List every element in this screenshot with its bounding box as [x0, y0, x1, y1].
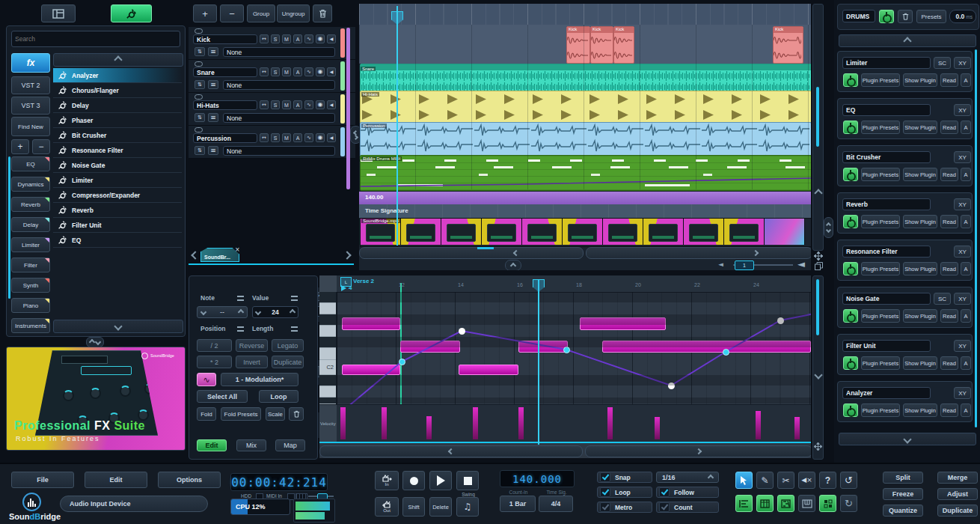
fx-slot-name[interactable]: Limiter	[846, 59, 867, 67]
arrangement-vscrollbar[interactable]	[812, 4, 824, 251]
xy-button[interactable]: XY	[954, 293, 971, 305]
fx-slot-name[interactable]: Bit Crusher	[846, 153, 881, 161]
audio-clip-kick[interactable]: Kick	[613, 26, 634, 64]
time-display[interactable]: 00:00:42:214	[230, 473, 328, 491]
track-name-field[interactable]: Snare	[197, 69, 215, 76]
show-plugin-button[interactable]: Show Plugin	[903, 168, 937, 181]
plugin-list-item[interactable]: Reverb	[53, 203, 182, 218]
zoom-slider-thumb[interactable]: 1	[735, 261, 754, 270]
xy-button[interactable]: XY	[954, 57, 971, 69]
category-item[interactable]: Limiter	[11, 237, 50, 252]
add-track-button[interactable]: +	[193, 4, 217, 22]
plugin-list-item[interactable]: Resonance Filter	[53, 143, 182, 158]
mute-button[interactable]: M	[282, 100, 291, 109]
automation-button[interactable]: A	[961, 168, 971, 181]
solo-button[interactable]: S	[271, 100, 280, 109]
pencil-tool[interactable]: ✎	[756, 472, 774, 489]
pointer-tool[interactable]	[735, 472, 753, 489]
piano-key[interactable]	[319, 386, 336, 397]
input-type-icon[interactable]: ⇅	[195, 47, 205, 56]
mixer-view-button[interactable]	[756, 495, 774, 512]
video-lane[interactable]	[360, 218, 811, 247]
fx-slot-name[interactable]: EQ	[846, 106, 855, 114]
velocity-bar[interactable]	[473, 407, 478, 439]
menu-file[interactable]: File	[11, 472, 74, 488]
reverse-button[interactable]: Reverse	[236, 339, 268, 352]
duplicate-button[interactable]: Duplicate	[937, 505, 978, 517]
fx-slot[interactable]: Resonance Filter SC XY Plugin Presets Sh…	[837, 240, 973, 281]
show-plugin-button[interactable]: Show Plugin	[903, 73, 937, 87]
value-stepper[interactable]: 24	[252, 306, 298, 318]
merge-button[interactable]: Merge	[937, 472, 978, 484]
fx-presets-button[interactable]: Presets	[916, 10, 946, 23]
read-automation-button[interactable]: Read	[940, 121, 958, 134]
hscroll-thumb[interactable]	[477, 247, 494, 249]
midi-note[interactable]	[342, 317, 400, 330]
freeze-icon[interactable]: ↔	[260, 67, 269, 76]
xy-button[interactable]: XY	[954, 198, 971, 210]
automation-button[interactable]: A	[961, 309, 971, 323]
half-length-button[interactable]: / 2	[197, 339, 232, 352]
show-plugin-button[interactable]: Show Plugin	[903, 121, 937, 134]
category-item[interactable]: Synth	[11, 278, 50, 293]
read-automation-button[interactable]: Read	[940, 215, 958, 228]
piano-key[interactable]	[319, 314, 336, 325]
modulation-point[interactable]	[399, 359, 405, 365]
xy-button[interactable]: XY	[954, 387, 971, 399]
fx-slot-name[interactable]: Noise Gate	[846, 295, 879, 302]
tab-vst2[interactable]: VST 2	[11, 76, 50, 94]
punch-out-button[interactable]: Out	[375, 497, 399, 517]
grid-size-select[interactable]: 1/16	[656, 472, 719, 483]
fx-power-button[interactable]	[843, 168, 858, 181]
monitor-button[interactable]: ◀	[327, 67, 336, 76]
arrangement-hscrollbar[interactable]	[359, 247, 811, 258]
xy-button[interactable]: XY	[954, 246, 971, 258]
tab-fx[interactable]: fx	[11, 53, 50, 73]
legato-button[interactable]: Legato	[272, 339, 304, 352]
zoom-out-icon[interactable]: ◄	[718, 261, 723, 268]
track-input-field[interactable]: None	[227, 49, 242, 56]
input-type-icon[interactable]: ⇅	[195, 113, 205, 122]
xy-button[interactable]: XY	[954, 340, 971, 352]
add-plugin-button[interactable]: +	[11, 139, 29, 154]
fx-chain-power-button[interactable]	[879, 10, 894, 23]
length-menu-icon[interactable]	[291, 326, 298, 332]
velocity-lane[interactable]: Velocity	[319, 404, 811, 442]
arrangement-ruler[interactable]	[359, 4, 811, 25]
category-item[interactable]: EQ	[11, 156, 50, 171]
track-name-field[interactable]: Percussion	[197, 135, 231, 142]
automation-button[interactable]: A	[961, 121, 971, 134]
modulation-select[interactable]: 1 - Modulation*	[221, 373, 298, 386]
fx-power-button[interactable]	[843, 262, 858, 275]
audio-clip-kick[interactable]: Kick	[566, 26, 590, 64]
fx-power-button[interactable]	[843, 73, 858, 87]
automation-button[interactable]: A	[293, 67, 302, 76]
invert-button[interactable]: Invert	[236, 356, 268, 368]
track-header[interactable]: Percussion ↔ S M A ∿ ◉ ◀ ⇅ ≡ None	[189, 126, 355, 159]
piano-roll-view-button[interactable]	[777, 495, 794, 512]
note-stepper[interactable]: --	[197, 306, 248, 318]
read-automation-button[interactable]: Read	[940, 403, 958, 417]
link-icon[interactable]	[195, 94, 203, 100]
plugin-presets-button[interactable]: Plugin Presets	[861, 215, 900, 228]
browser-splitter[interactable]	[86, 337, 104, 347]
search-input[interactable]	[11, 31, 180, 47]
note-menu-icon[interactable]	[237, 296, 244, 301]
midi-note[interactable]	[580, 317, 666, 330]
midi-note[interactable]	[342, 365, 400, 375]
scissors-tool[interactable]: ✂	[777, 472, 794, 489]
swing-button[interactable]: ♫	[456, 497, 479, 517]
audio-clip-percussion[interactable]: Percussion	[360, 122, 811, 156]
automation-button[interactable]: A	[961, 356, 971, 370]
remove-track-button[interactable]: −	[220, 4, 244, 22]
toggle[interactable]: Follow	[656, 487, 719, 498]
fx-chain-delete-button[interactable]	[898, 10, 913, 23]
record-arm-button[interactable]: ◉	[316, 34, 325, 43]
read-automation-button[interactable]: Read	[940, 309, 958, 323]
tempo-lane[interactable]: 140.00	[359, 192, 811, 205]
plugin-list-item[interactable]: Analyzer	[53, 68, 182, 83]
category-item[interactable]: Delay	[11, 217, 50, 232]
tempo-display[interactable]: 140.000	[500, 470, 575, 487]
automation-button[interactable]: A	[293, 133, 302, 142]
category-item[interactable]: Dynamics	[11, 177, 50, 192]
